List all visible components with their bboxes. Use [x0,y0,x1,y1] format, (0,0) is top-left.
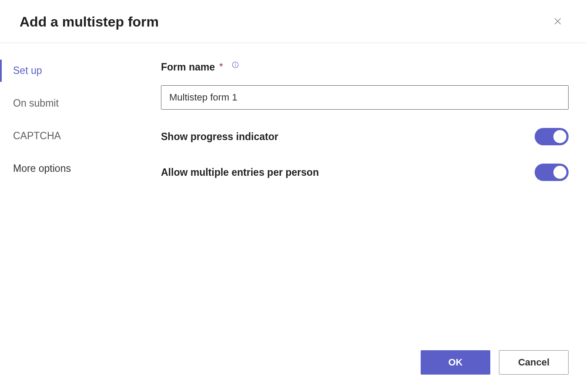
form-name-label-row: Form name * [161,61,569,73]
svg-point-4 [235,63,235,64]
cancel-button[interactable]: Cancel [499,350,569,375]
toggle-knob [553,166,566,179]
dialog-title: Add a multistep form [20,14,159,30]
dialog: Add a multistep form Set up On submit CA… [0,0,586,392]
sidebar-item-captcha[interactable]: CAPTCHA [0,125,161,147]
sidebar-item-setup[interactable]: Set up [0,60,161,82]
sidebar-item-label: CAPTCHA [13,130,61,141]
toggle-label-progress: Show progress indicator [161,131,278,143]
dialog-header: Add a multistep form [0,0,586,43]
form-section: Form name * Show progress indicator [161,61,569,181]
toggle-label-multiple: Allow multiple entries per person [161,167,319,178]
sidebar-item-moreoptions[interactable]: More options [0,157,161,180]
toggle-knob [553,130,566,143]
sidebar-item-onsubmit[interactable]: On submit [0,92,161,114]
info-icon[interactable] [231,60,240,69]
ok-button[interactable]: OK [421,350,490,375]
dialog-body: Set up On submit CAPTCHA More options Fo… [0,43,586,392]
dialog-footer: OK Cancel [161,350,569,383]
toggle-multiple-entries[interactable] [535,164,569,181]
sidebar: Set up On submit CAPTCHA More options [0,43,161,392]
toggle-row-progress: Show progress indicator [161,128,569,145]
close-icon [553,17,562,27]
sidebar-item-label: More options [13,163,71,174]
toggle-progress-indicator[interactable] [535,128,569,145]
required-mark: * [219,61,223,72]
sidebar-item-label: On submit [13,97,59,109]
main-content: Form name * Show progress indicator [161,43,586,392]
form-name-input[interactable] [161,85,569,110]
sidebar-item-label: Set up [13,65,42,76]
close-button[interactable] [549,13,566,30]
form-name-label: Form name [161,61,215,73]
toggle-row-multiple: Allow multiple entries per person [161,164,569,181]
